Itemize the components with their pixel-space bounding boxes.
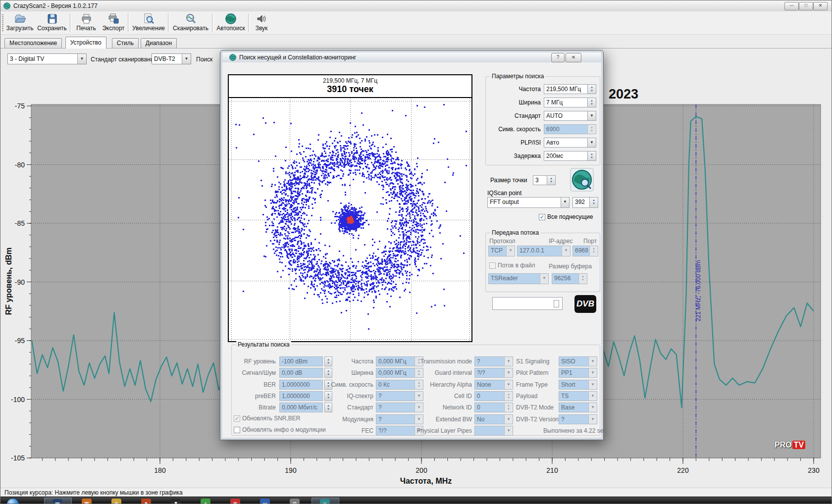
- point-size-spinner[interactable]: 3▲▼: [533, 175, 556, 185]
- result-field-col1-1: 0,00 dB: [279, 368, 323, 378]
- taskbar-slot[interactable]: ◉: [222, 498, 249, 504]
- stream-status-textbox[interactable]: [492, 297, 563, 310]
- result-field-col3-4-value: 0: [477, 404, 480, 411]
- result-field-col4-1-value: PP1: [561, 369, 572, 376]
- result-field-col3-0-value: ?: [477, 358, 480, 365]
- spinner-arrows-icon[interactable]: ▲▼: [589, 198, 598, 208]
- dialog-help-button[interactable]: ?: [551, 53, 565, 62]
- spinner-arrows-icon: ▲▼: [504, 392, 513, 401]
- param-field-0[interactable]: 219,500 МГц▲▼: [544, 84, 596, 94]
- result-field-col2-5-value: ?: [378, 416, 382, 423]
- chevron-down-icon[interactable]: ▼: [561, 198, 569, 207]
- tab-устройство[interactable]: Устройство: [65, 37, 106, 49]
- x-axis-title: Частота, MHz: [400, 477, 452, 485]
- port-spinner: 6969▲▼: [572, 246, 598, 256]
- y-tick-label: -105: [11, 454, 25, 462]
- start-button[interactable]: [6, 498, 19, 504]
- reader-combo: TSReader▼: [488, 273, 549, 284]
- iqscan-combo[interactable]: FFT output▼: [487, 197, 570, 208]
- result-label-DVB-T2 Mode: DVB-T2 Mode: [516, 404, 559, 411]
- chevron-down-icon[interactable]: ▼: [587, 111, 596, 120]
- taskbar-slot[interactable]: ★: [104, 498, 130, 504]
- app-globe-icon: ◉: [320, 499, 330, 504]
- protocol-combo-value: TCP: [491, 247, 503, 254]
- taskbar-slot[interactable]: ●: [193, 498, 219, 504]
- result-field-col2-4-value: ?: [378, 404, 382, 411]
- result-field-col4-0: SISO▼: [559, 356, 597, 366]
- result-field-col1-0: -100 dBm: [279, 356, 323, 366]
- result-field-col3-5: No▼: [474, 414, 513, 424]
- param-field-5[interactable]: 200мс▲▼: [544, 151, 596, 161]
- result-field-col4-0-value: SISO: [561, 358, 575, 365]
- chevron-down-icon: ▼: [504, 426, 513, 435]
- stream-to-file-checkbox-label: Поток в файл: [498, 262, 535, 269]
- spinner-arrows-icon: ▲▼: [504, 403, 513, 412]
- constellation-separator: [229, 97, 471, 98]
- x-tick-label: 190: [285, 466, 297, 474]
- result-label-Pilot Pattern: Pilot Pattern: [516, 369, 559, 376]
- taskbar-slot[interactable]: ◆: [133, 498, 160, 504]
- taskbar-slot[interactable]: ▣: [74, 498, 101, 504]
- results-checkbox-0: ✓: [234, 415, 240, 422]
- subcarriers-checkbox[interactable]: ✓: [539, 214, 545, 220]
- spinner-arrows-icon[interactable]: ▲▼: [587, 98, 596, 107]
- crazyscan-pixels-icon: ▦: [52, 499, 62, 504]
- param-label-2: Стандарт: [446, 112, 541, 119]
- result-field-col2-2-value: 0 Кс: [378, 381, 390, 388]
- param-field-3-value: 6900: [546, 126, 560, 133]
- app-gold-icon: ★: [111, 499, 121, 504]
- param-field-2[interactable]: AUTO▼: [544, 111, 596, 121]
- taskbar-slot[interactable]: ▭: [252, 498, 279, 504]
- param-field-4[interactable]: Авто▼: [544, 138, 596, 148]
- protv-logo: PROTV: [775, 441, 805, 450]
- taskbar-slot[interactable]: ▮: [163, 498, 190, 504]
- chart-title-fragment: 2023: [609, 87, 638, 101]
- taskbar-slot[interactable]: ▦: [44, 498, 72, 504]
- param-field-1[interactable]: 7 МГц▲▼: [544, 98, 596, 107]
- param-field-4-value: Авто: [546, 139, 559, 146]
- spinner-arrows-icon[interactable]: ▲▼: [547, 176, 555, 185]
- taskbar-slot[interactable]: ◍: [282, 498, 309, 504]
- spinner-arrows-icon[interactable]: ▲▼: [587, 151, 596, 161]
- dialog-close-button[interactable]: ✕: [566, 53, 581, 62]
- result-field-col1-2: 1,0000000: [279, 380, 323, 390]
- result-field-col1-4: 0,000 Мбит/с: [279, 403, 323, 412]
- search-params-title: Параметры поиска: [490, 73, 545, 80]
- result-field-col4-3: TS▼: [559, 391, 597, 401]
- y-tick-label: -85: [15, 219, 25, 227]
- result-label-BER: BER: [227, 381, 276, 388]
- y-tick-label: -75: [15, 102, 25, 110]
- spinner-arrows-icon: ▲▼: [589, 246, 598, 256]
- x-tick-label: 180: [154, 466, 166, 474]
- buffer-spinner: 96256▲▼: [552, 273, 587, 284]
- result-label-Transmission mode: Transmission mode: [414, 358, 472, 365]
- y-tick-label: -100: [11, 396, 25, 403]
- stream-title: Передача потока: [490, 229, 540, 236]
- results-checkbox-1[interactable]: [234, 427, 240, 433]
- chevron-down-icon: ▼: [504, 380, 513, 389]
- spinner-arrows-icon: ▲▼: [578, 274, 587, 284]
- result-label-Frame Type: Frame Type: [516, 381, 559, 388]
- result-field-col4-1: PP1▼: [559, 368, 597, 378]
- param-label-3: Симв. скорость: [446, 126, 541, 133]
- result-field-col3-6: ▼: [474, 426, 513, 436]
- result-label-DVB-T2 Version: DVB-T2 Version: [516, 416, 559, 423]
- dvb-logo: DVB: [574, 295, 596, 313]
- iqscan-index-spinner-value: 392: [575, 199, 585, 205]
- chevron-down-icon: ▼: [588, 368, 597, 377]
- iqscan-index-spinner[interactable]: 392▲▼: [572, 197, 598, 208]
- app-screen-icon: ▭: [260, 499, 270, 504]
- x-tick-label: 200: [416, 466, 427, 474]
- marker-label: 221 MHz; -76.000 dBm: [695, 260, 702, 321]
- chevron-down-icon[interactable]: ▼: [587, 138, 596, 147]
- chevron-down-icon: ▼: [588, 415, 597, 424]
- point-size-label: Размер точки: [490, 177, 527, 184]
- result-label-Guard interval: Guard interval: [414, 369, 472, 376]
- protv-logo-tv: TV: [792, 441, 805, 449]
- result-label-Payload: Payload: [516, 393, 559, 400]
- taskbar-slot[interactable]: ◉: [312, 498, 339, 504]
- spinner-arrows-icon[interactable]: ▲▼: [587, 85, 596, 94]
- results-title: Результаты поиска: [236, 341, 291, 348]
- iqscan-combo-value: FFT output: [490, 199, 519, 205]
- param-field-2-value: AUTO: [546, 112, 563, 119]
